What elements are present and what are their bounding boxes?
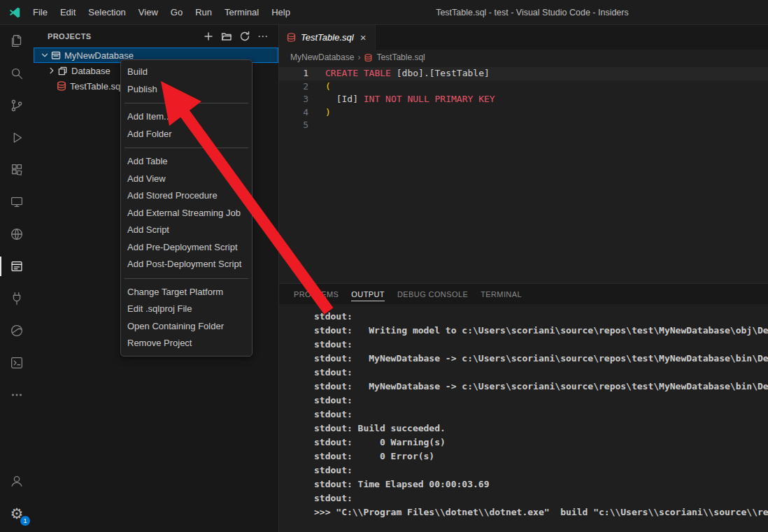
settings-button[interactable]: ⚙ 1 xyxy=(0,497,34,529)
chevron-right-icon[interactable] xyxy=(46,66,57,76)
ellipsis-icon: ⋯ xyxy=(257,30,269,43)
menu-selection[interactable]: Selection xyxy=(82,1,131,24)
account-button[interactable] xyxy=(0,465,34,497)
search-button[interactable] xyxy=(0,57,34,89)
activity-bar: ⚙ 1 xyxy=(0,25,34,532)
more-views-button[interactable] xyxy=(0,379,34,411)
sidebar-actions: ⋯ xyxy=(200,28,271,45)
line-number: 5 xyxy=(279,119,325,132)
sidebar-header: PROJECTS ⋯ xyxy=(34,25,278,48)
tab-debug-console[interactable]: DEBUG CONSOLE xyxy=(391,284,474,304)
more-actions-button[interactable]: ⋯ xyxy=(255,28,271,45)
menu-item-add-item[interactable]: Add Item... xyxy=(121,108,252,126)
output-line: stdout: Writing model to c:\Users\scoria… xyxy=(314,324,768,338)
search-icon xyxy=(9,66,24,81)
tab-testtable-sql[interactable]: TestTable.sql × xyxy=(279,25,376,50)
close-tab-icon[interactable]: × xyxy=(358,31,369,44)
refresh-button[interactable] xyxy=(236,28,253,45)
chevron-down-icon[interactable] xyxy=(39,50,50,60)
extensions-button[interactable] xyxy=(0,154,34,186)
menu-item-add-post-deployment-script[interactable]: Add Post-Deployment Script xyxy=(121,256,252,273)
menu-file[interactable]: File xyxy=(27,1,54,24)
tab-problems[interactable]: PROBLEMS xyxy=(287,284,345,304)
line-number: 3 xyxy=(279,93,325,106)
code-line: 5 xyxy=(279,119,768,132)
tab-label: TestTable.sql xyxy=(301,32,354,43)
menu-bar: File Edit Selection View Go Run Terminal… xyxy=(27,1,297,24)
breadcrumb: MyNewDatabase › TestTable.sql xyxy=(279,50,768,65)
tab-terminal[interactable]: TERMINAL xyxy=(474,284,528,304)
breadcrumb-project[interactable]: MyNewDatabase xyxy=(290,52,354,62)
run-debug-button[interactable] xyxy=(0,122,34,154)
sphere-icon xyxy=(9,323,24,338)
project-context-menu: Build Publish Add Item... Add Folder Add… xyxy=(120,59,253,357)
web-view-button[interactable] xyxy=(0,218,34,250)
menu-item-change-target-platform[interactable]: Change Target Platform xyxy=(121,284,252,301)
new-project-button[interactable] xyxy=(200,28,217,45)
output-line: stdout: Build succeeded. xyxy=(314,422,768,436)
output-line: stdout: xyxy=(314,310,768,324)
menu-separator xyxy=(125,148,248,148)
menu-view[interactable]: View xyxy=(132,1,164,24)
extensions-icon xyxy=(9,162,24,178)
play-icon xyxy=(9,130,24,145)
output-line: stdout: Time Elapsed 00:00:03.69 xyxy=(314,477,768,491)
menu-item-open-containing-folder[interactable]: Open Containing Folder xyxy=(121,318,252,336)
menu-item-add-view[interactable]: Add View xyxy=(121,171,252,188)
azure-button[interactable] xyxy=(0,315,34,347)
database-projects-button[interactable] xyxy=(0,250,34,282)
menu-item-add-external-streaming-job[interactable]: Add External Streaming Job xyxy=(121,205,252,222)
output-line: >>> "C:\\Program Files\\dotnet\\dotnet.e… xyxy=(314,505,768,519)
folder-open-icon xyxy=(221,31,232,42)
plug-icon xyxy=(9,291,24,306)
chevron-separator-icon: › xyxy=(357,52,360,62)
menu-item-add-stored-procedure[interactable]: Add Stored Procedure xyxy=(121,187,252,205)
panel-header: PROBLEMS OUTPUT DEBUG CONSOLE TERMINAL xyxy=(279,284,768,304)
database-projects-icon xyxy=(9,259,24,274)
menu-run[interactable]: Run xyxy=(189,1,218,24)
explorer-button[interactable] xyxy=(0,25,34,57)
ellipsis-icon xyxy=(9,387,24,403)
menu-separator xyxy=(125,278,248,279)
vscode-window: File Edit Selection View Go Run Terminal… xyxy=(0,0,768,532)
output-line: stdout: xyxy=(314,394,768,408)
output-line: stdout: xyxy=(314,366,768,380)
menu-go[interactable]: Go xyxy=(164,1,189,24)
terminal-view-button[interactable] xyxy=(0,347,34,379)
output-line: stdout: 0 Warning(s) xyxy=(314,436,768,450)
menu-item-build[interactable]: Build xyxy=(121,64,252,81)
output-line: stdout: xyxy=(314,408,768,422)
sql-file-icon xyxy=(286,32,297,43)
reference-icon xyxy=(57,66,71,76)
breadcrumb-file[interactable]: TestTable.sql xyxy=(376,52,425,62)
menu-terminal[interactable]: Terminal xyxy=(218,1,265,24)
menu-item-add-folder[interactable]: Add Folder xyxy=(121,126,252,143)
menu-item-edit-sqlproj-file[interactable]: Edit .sqlproj File xyxy=(121,301,252,318)
menu-help[interactable]: Help xyxy=(265,1,297,24)
menu-item-remove-project[interactable]: Remove Project xyxy=(121,335,252,352)
output-console[interactable]: stdout: stdout: Writing model to c:\User… xyxy=(279,304,768,532)
source-control-button[interactable] xyxy=(0,89,34,122)
title-bar: File Edit Selection View Go Run Terminal… xyxy=(0,0,768,25)
editor-group: TestTable.sql × MyNewDatabase › TestTabl… xyxy=(279,25,768,532)
menu-item-publish[interactable]: Publish xyxy=(121,81,252,99)
sql-connections-button[interactable] xyxy=(0,282,34,315)
menu-item-add-table[interactable]: Add Table xyxy=(121,153,252,171)
refresh-icon xyxy=(239,31,250,42)
tree-item-label: TestTable.sql xyxy=(70,81,122,92)
open-project-button[interactable] xyxy=(218,28,235,45)
monitor-icon xyxy=(9,194,24,210)
window-title: TestTable.sql - test - Visual Studio Cod… xyxy=(297,8,768,17)
menu-edit[interactable]: Edit xyxy=(54,1,82,24)
output-line: stdout: xyxy=(314,491,768,505)
settings-badge: 1 xyxy=(20,516,30,526)
code-editor[interactable]: 1 CREATE TABLE [dbo].[TestTable] 2 ( 3 [… xyxy=(279,65,768,283)
menu-item-add-pre-deployment-script[interactable]: Add Pre-Deployment Script xyxy=(121,239,252,257)
project-icon xyxy=(50,50,64,61)
tab-output[interactable]: OUTPUT xyxy=(345,284,391,304)
line-number: 1 xyxy=(279,67,325,80)
sql-file-icon xyxy=(56,80,70,92)
menu-item-add-script[interactable]: Add Script xyxy=(121,222,252,239)
code-line: 4 ) xyxy=(279,106,768,120)
remote-explorer-button[interactable] xyxy=(0,186,34,218)
